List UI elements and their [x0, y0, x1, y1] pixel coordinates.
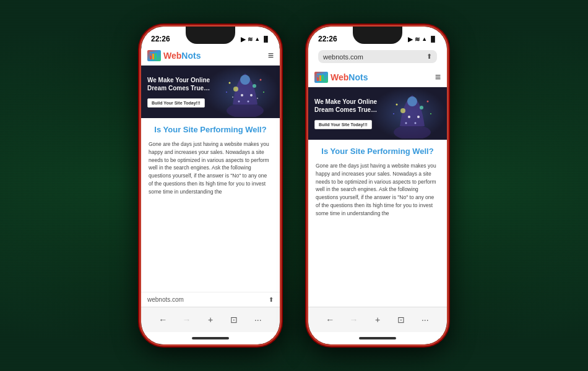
wifi-icon: ≋ [248, 36, 253, 43]
article-body-2: Gone are the days just having a website … [316, 162, 439, 217]
svg-rect-20 [322, 74, 324, 81]
back-button-2[interactable]: ← [322, 312, 337, 327]
add-tab-button-2[interactable]: + [370, 312, 385, 327]
hero-hands-svg-1 [214, 67, 276, 117]
add-tab-button-1[interactable]: + [203, 312, 218, 327]
svg-point-23 [407, 96, 417, 106]
logo-nots-1: Nots [181, 51, 201, 61]
bottom-url-bar-1: webnots.com ⬆ [141, 292, 280, 307]
hero-visual-1 [210, 66, 280, 118]
logo-web-1: Web [163, 51, 181, 61]
hero-banner-1: We Make Your Online Dream Comes True… Bu… [141, 66, 280, 118]
phone-1-notch [186, 27, 235, 44]
svg-point-32 [430, 113, 431, 114]
phone-1-screen: 22:26 ▶ ≋ ▲ ▐▌ WebNo [141, 27, 280, 344]
svg-point-9 [250, 94, 253, 96]
svg-rect-3 [150, 52, 157, 53]
svg-rect-2 [155, 53, 157, 59]
site-header-2: WebNots ≡ [308, 68, 447, 87]
svg-point-27 [417, 116, 420, 118]
svg-point-12 [257, 98, 258, 99]
browser-nav-1: ← → + ⊡ ··· [141, 307, 280, 332]
share-icon-2[interactable]: ⬆ [426, 53, 432, 61]
svg-point-10 [238, 100, 240, 102]
article-content-1: Is Your Site Performing Well? Gone are t… [141, 118, 280, 292]
hero-banner-2: We Make Your Online Dream Comes True… Bu… [308, 87, 447, 140]
phone-2-notch [353, 27, 402, 44]
url-bar-inner-2[interactable]: webnots.com ⬆ [318, 50, 437, 63]
bottom-url-text-1: webnots.com [147, 296, 184, 303]
hero-text-2: We Make Your Online Dream Comes True… Bu… [314, 98, 384, 129]
hamburger-menu-2[interactable]: ≡ [435, 72, 441, 82]
home-indicator-2 [308, 332, 447, 344]
svg-rect-21 [317, 74, 324, 75]
hero-button-2[interactable]: Build Your Site Today!!! [314, 120, 372, 129]
svg-point-5 [240, 75, 250, 85]
home-bar-2 [359, 337, 396, 339]
hero-button-1[interactable]: Build Your Site Today!!! [147, 98, 205, 108]
svg-point-14 [229, 82, 231, 83]
logo-nots-2: Nots [348, 72, 368, 82]
url-bar-2: webnots.com ⬆ [308, 46, 447, 68]
svg-point-8 [241, 94, 243, 96]
svg-point-4 [227, 103, 264, 117]
svg-point-7 [253, 84, 256, 88]
svg-point-28 [405, 122, 407, 124]
more-button-1[interactable]: ··· [251, 312, 266, 327]
logo-1: WebNots [147, 50, 201, 61]
article-title-1: Is Your Site Performing Well? [149, 124, 272, 135]
signal-bars-icon: ▲ [254, 36, 260, 42]
share-icon-1[interactable]: ⬆ [269, 296, 274, 303]
article-title-2: Is Your Site Performing Well? [316, 146, 439, 157]
status-icons-1: ▶ ≋ ▲ ▐▌ [241, 36, 270, 43]
forward-button-1[interactable]: → [179, 312, 194, 327]
svg-point-22 [394, 125, 431, 139]
svg-point-29 [415, 122, 417, 124]
signal-bars-icon-2: ▲ [422, 36, 427, 42]
hero-text-1: We Make Your Online Dream Comes True… Bu… [147, 76, 217, 108]
tabs-button-1[interactable]: ⊡ [227, 312, 241, 327]
phone-1: 22:26 ▶ ≋ ▲ ▐▌ WebNo [139, 25, 282, 346]
signal-icon-2: ▶ [408, 36, 413, 43]
svg-point-11 [248, 100, 249, 102]
svg-point-6 [233, 87, 238, 92]
phone-2: 22:26 ▶ ≋ ▲ ▐▌ webnots.com ⬆ [306, 25, 449, 346]
hero-title-2: We Make Your Online Dream Comes True… [314, 98, 384, 114]
svg-point-30 [396, 103, 398, 105]
svg-point-33 [393, 113, 394, 114]
logo-2: WebNots [314, 72, 368, 83]
svg-point-15 [260, 79, 262, 80]
home-bar-1 [192, 337, 229, 339]
logo-text-1: WebNots [163, 51, 201, 61]
battery-icon: ▐▌ [262, 36, 270, 42]
hero-hands-svg-2 [381, 89, 443, 139]
site-header-1: WebNots ≡ [141, 46, 280, 66]
svg-rect-18 [317, 77, 319, 81]
svg-point-25 [420, 106, 423, 109]
status-icons-2: ▶ ≋ ▲ ▐▌ [408, 36, 437, 43]
hero-title-1: We Make Your Online Dream Comes True… [147, 76, 217, 92]
tabs-button-2[interactable]: ⊡ [394, 312, 409, 327]
svg-point-24 [400, 108, 405, 113]
svg-rect-19 [319, 75, 321, 81]
logo-text-2: WebNots [331, 72, 368, 82]
logo-web-2: Web [331, 72, 348, 82]
svg-point-16 [263, 92, 264, 93]
hamburger-menu-1[interactable]: ≡ [268, 51, 274, 61]
logo-icon-1 [147, 50, 161, 61]
forward-button-2[interactable]: → [347, 312, 361, 327]
back-button-1[interactable]: ← [155, 312, 170, 327]
home-indicator-1 [141, 332, 280, 344]
article-content-2: Is Your Site Performing Well? Gone are t… [308, 140, 447, 307]
article-body-1: Gone are the days just having a website … [149, 140, 272, 195]
phone-2-screen: 22:26 ▶ ≋ ▲ ▐▌ webnots.com ⬆ [308, 27, 447, 344]
browser-nav-2: ← → + ⊡ ··· [308, 307, 447, 332]
more-button-2[interactable]: ··· [418, 312, 433, 327]
svg-rect-0 [150, 56, 152, 59]
battery-icon-2: ▐▌ [429, 36, 437, 42]
svg-rect-1 [152, 54, 154, 59]
status-time-1: 22:26 [151, 35, 170, 43]
svg-point-17 [226, 92, 227, 93]
svg-point-26 [408, 116, 410, 118]
svg-point-31 [427, 100, 429, 102]
